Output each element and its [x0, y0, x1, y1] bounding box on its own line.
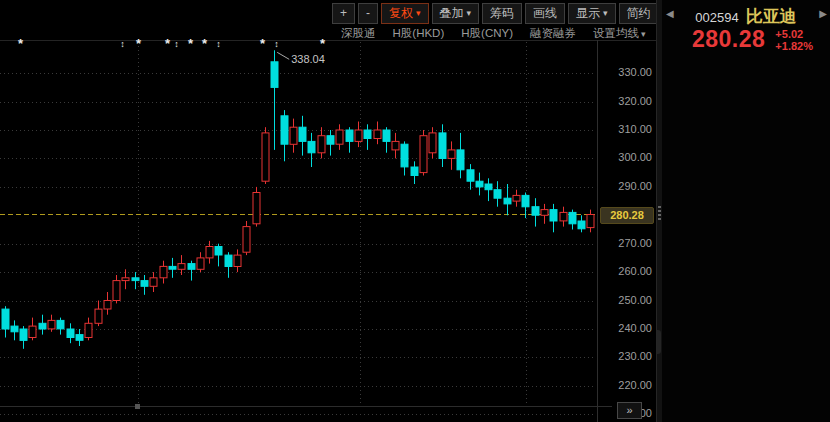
candle[interactable]	[234, 249, 241, 272]
event-star-icon[interactable]: *	[134, 39, 143, 49]
candle[interactable]	[308, 133, 315, 167]
candle[interactable]	[206, 241, 213, 264]
divider-collapse-icon[interactable]	[657, 330, 661, 354]
candle[interactable]	[281, 110, 288, 161]
candle[interactable]	[271, 50, 278, 150]
y-axis-tick: 220.00	[618, 379, 652, 391]
event-star-icon[interactable]: *	[200, 39, 209, 49]
adjust-price-button[interactable]: 复权▾	[381, 3, 429, 24]
zoom-in-button[interactable]: +	[332, 3, 355, 24]
candle[interactable]	[448, 141, 455, 169]
candle[interactable]	[346, 127, 353, 153]
candle[interactable]	[532, 198, 539, 226]
candle[interactable]	[132, 272, 139, 289]
current-price-axis-label: 280.28	[600, 207, 654, 224]
candle[interactable]	[336, 124, 343, 150]
simple-mode-button[interactable]: 简约	[619, 3, 659, 24]
candle[interactable]	[374, 122, 381, 145]
candle[interactable]	[225, 252, 232, 278]
candle[interactable]	[141, 275, 148, 295]
event-star-icon[interactable]: *	[186, 39, 195, 49]
event-updown-icon[interactable]: ↕	[272, 39, 281, 50]
event-updown-icon[interactable]: ↕	[172, 39, 181, 50]
candle[interactable]	[11, 320, 18, 340]
candle[interactable]	[467, 164, 474, 190]
candle[interactable]	[57, 318, 64, 335]
overlay-button[interactable]: 叠加▾	[432, 3, 480, 24]
scroll-more-button[interactable]: »	[617, 402, 642, 419]
candle[interactable]	[215, 244, 222, 267]
candle[interactable]	[188, 261, 195, 281]
stock-code: 002594	[695, 10, 738, 25]
candle[interactable]	[169, 258, 176, 278]
candle[interactable]	[587, 210, 594, 233]
candle[interactable]	[262, 127, 269, 184]
candle[interactable]	[122, 269, 129, 289]
event-star-icon[interactable]: *	[258, 39, 267, 49]
draw-line-button[interactable]: 画线	[525, 3, 565, 24]
candle[interactable]	[39, 315, 46, 335]
candle[interactable]	[243, 221, 250, 255]
candle[interactable]	[85, 318, 92, 341]
candle[interactable]	[253, 187, 260, 227]
candle[interactable]	[569, 210, 576, 230]
candle[interactable]	[67, 323, 74, 343]
candle[interactable]	[420, 130, 427, 176]
candle[interactable]	[178, 255, 185, 275]
candle[interactable]	[494, 181, 501, 207]
y-axis-tick: 230.00	[618, 350, 652, 362]
candle[interactable]	[383, 127, 390, 153]
candle[interactable]	[160, 261, 167, 284]
candle[interactable]	[2, 306, 9, 337]
candle[interactable]	[299, 116, 306, 156]
candle[interactable]	[392, 133, 399, 159]
caret-down-icon: ▾	[603, 8, 608, 18]
margin-trading-link[interactable]: 融资融券	[530, 26, 576, 41]
candle[interactable]	[476, 173, 483, 196]
candle[interactable]	[513, 190, 520, 207]
event-star-icon[interactable]: *	[318, 39, 327, 49]
candle[interactable]	[327, 130, 334, 156]
h-share-cny-link[interactable]: H股(CNY)	[461, 26, 513, 41]
candle[interactable]	[48, 315, 55, 332]
candle[interactable]	[578, 215, 585, 232]
divider-grip-icon[interactable]	[658, 206, 661, 220]
candle[interactable]	[504, 184, 511, 215]
candle[interactable]	[560, 207, 567, 227]
candle[interactable]	[318, 127, 325, 158]
h-share-hkd-link[interactable]: H股(HKD)	[393, 26, 445, 41]
candle[interactable]	[485, 178, 492, 201]
candle[interactable]	[364, 124, 371, 150]
candle[interactable]	[355, 122, 362, 148]
next-stock-arrow-icon[interactable]: ▶	[819, 8, 827, 19]
candle[interactable]	[411, 161, 418, 184]
sz-connect-link[interactable]: 深股通	[341, 26, 376, 41]
y-axis-tick: 310.00	[618, 123, 652, 135]
candle[interactable]	[457, 133, 464, 178]
candle[interactable]	[29, 318, 36, 341]
candle[interactable]	[197, 252, 204, 272]
prev-stock-arrow-icon[interactable]: ◀	[666, 8, 674, 19]
candle[interactable]	[290, 119, 297, 153]
candle[interactable]	[541, 204, 548, 224]
candle[interactable]	[550, 204, 557, 232]
event-updown-icon[interactable]: ↕	[118, 39, 127, 50]
candle[interactable]	[104, 292, 111, 315]
y-axis-tick: 290.00	[618, 180, 652, 192]
event-updown-icon[interactable]: ↕	[214, 39, 223, 50]
candle[interactable]	[95, 301, 102, 327]
chips-button[interactable]: 筹码	[482, 3, 522, 24]
zoom-out-button[interactable]: -	[358, 3, 378, 24]
ma-settings-link[interactable]: 设置均线▾	[593, 26, 646, 41]
candlestick-chart[interactable]: 338.04	[0, 0, 656, 422]
peak-price-annotation: 338.04	[291, 53, 325, 65]
candle[interactable]	[113, 275, 120, 303]
candle[interactable]	[20, 326, 27, 349]
candle[interactable]	[150, 272, 157, 292]
candle[interactable]	[429, 127, 436, 158]
display-button[interactable]: 显示▾	[568, 3, 616, 24]
candle[interactable]	[76, 329, 83, 346]
event-star-icon[interactable]: *	[163, 39, 172, 49]
candle[interactable]	[401, 141, 408, 175]
event-star-icon[interactable]: *	[16, 39, 25, 49]
